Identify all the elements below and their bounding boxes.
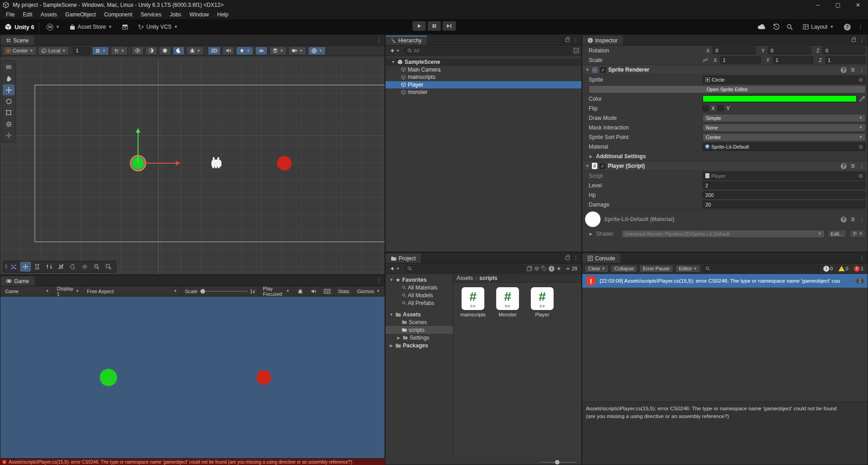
player-script-header[interactable]: ▼ # ✓ Player (Script) ? ⋮ (582, 161, 868, 171)
shader-menu-button[interactable]: ▼ (849, 229, 866, 238)
hierarchy-search[interactable] (404, 47, 572, 55)
hierarchy-item-player[interactable]: Player (385, 81, 581, 89)
presets-icon[interactable] (850, 163, 856, 169)
hierarchy-item-main-camera[interactable]: Main Camera (385, 66, 581, 74)
hidden-items-count[interactable]: 29 (563, 266, 579, 271)
damage-field[interactable]: 20 (703, 201, 866, 208)
game-viewport[interactable] (0, 297, 385, 458)
tree-all-models[interactable]: All Models (385, 291, 453, 299)
material-object-field[interactable]: Sprite-Lit-Default ◎ (703, 143, 866, 151)
game-mode-dropdown[interactable]: Game▼ (1, 286, 53, 296)
game-audio-toggle[interactable] (307, 286, 320, 296)
component-menu-icon[interactable]: ⋮ (859, 216, 865, 222)
effects-dropdown[interactable]: ▼ (236, 46, 253, 55)
rotation-y-field[interactable]: 0 (768, 46, 811, 54)
overlay-vertex-snap-button[interactable] (79, 262, 90, 272)
mainscripts-scene-sprite[interactable] (211, 160, 221, 167)
menu-edit[interactable]: Edit (19, 10, 36, 19)
level-field[interactable]: 2 (703, 181, 866, 189)
menu-file[interactable]: File (2, 10, 19, 19)
menu-gameobject[interactable]: GameObject (61, 10, 100, 19)
object-picker-icon[interactable]: ◎ (858, 173, 863, 179)
toolbar-kebab-icon[interactable]: ⋮ (858, 24, 863, 30)
additional-settings-foldout[interactable]: ▶ Additional Settings (582, 151, 868, 161)
2d-mode-toggle[interactable]: 2D (208, 46, 221, 55)
open-sprite-editor-button[interactable]: Open Sprite Editor (589, 85, 866, 93)
custom-tool[interactable] (3, 130, 15, 141)
debug-draw-dropdown[interactable]: ▼ (186, 46, 204, 55)
thumbnail-slider-knob[interactable] (555, 460, 560, 465)
scene-viewport[interactable]: ‖ (0, 58, 385, 274)
play-button[interactable] (412, 21, 426, 31)
package-manager-button[interactable] (119, 23, 131, 31)
overlay-crescent-button[interactable] (67, 262, 78, 272)
scene-audio-toggle[interactable] (222, 46, 234, 55)
collapse-button[interactable]: Collapse (611, 265, 637, 273)
foldout-icon[interactable]: ▼ (585, 67, 590, 72)
game-debug-button[interactable] (294, 286, 307, 296)
tree-packages[interactable]: ▶Packages (385, 341, 453, 349)
rotation-z-field[interactable]: 0 (822, 46, 866, 54)
overlay-drag-handle[interactable]: ‖ (5, 264, 7, 270)
lighting-toggle-button[interactable] (145, 46, 157, 55)
cloud-icon[interactable] (757, 24, 765, 30)
breadcrumb-assets[interactable]: Assets (457, 275, 473, 281)
scale-y-field[interactable]: 1 (773, 56, 813, 64)
editor-dropdown[interactable]: Editor▼ (675, 265, 701, 273)
help-icon[interactable]: ? (841, 163, 847, 169)
menu-assets[interactable]: Assets (36, 10, 61, 19)
grid-visibility-dropdown[interactable]: ▼ (92, 46, 109, 55)
view-hand-tool[interactable] (3, 73, 15, 84)
type-filter-icon[interactable]: ! (549, 266, 555, 272)
hierarchy-item-mainscripts[interactable]: mainscripts (385, 73, 581, 81)
console-detail-pane[interactable]: Assets\scripts\Player.cs(15,5): error CS… (582, 402, 868, 465)
color-swatch[interactable] (703, 95, 857, 102)
overlay-move-button[interactable] (20, 262, 31, 272)
rotation-x-field[interactable]: 0 (713, 46, 756, 54)
console-error-entry[interactable]: ! [22:03:09] Assets\scripts\Player.cs(15… (582, 274, 868, 288)
scale-z-field[interactable]: 1 (825, 56, 866, 64)
move-tool[interactable] (3, 84, 15, 95)
component-menu-icon[interactable]: ⋮ (859, 67, 865, 73)
tree-all-prefabs[interactable]: All Prefabs (385, 299, 453, 307)
open-search-window-icon[interactable] (527, 266, 532, 271)
transform-tool[interactable] (3, 119, 15, 129)
shading-mode-button[interactable] (132, 46, 144, 55)
tree-assets[interactable]: ▼Assets (385, 310, 453, 318)
snap-settings-dropdown[interactable]: ▼ (111, 46, 128, 55)
stats-toggle[interactable]: Stats (334, 286, 354, 296)
overlay-search-button[interactable] (91, 262, 102, 272)
material-preview-header[interactable]: Sprite-Lit-Default (Material) ? ⋮ (582, 209, 868, 229)
breadcrumb-current[interactable]: scripts (479, 275, 497, 281)
project-panel-menu-icon[interactable]: ⋮ (573, 255, 579, 261)
tree-settings[interactable]: ▶Settings (385, 334, 453, 341)
menu-jobs[interactable]: Jobs (165, 10, 185, 19)
menu-services[interactable]: Services (136, 10, 165, 19)
step-button[interactable] (442, 21, 456, 31)
status-bar[interactable]: ! Assets\scripts\Player.cs(15,5): error … (0, 459, 385, 465)
scale-x-field[interactable]: 1 (720, 56, 760, 64)
component-enabled-checkbox[interactable]: ✓ (600, 67, 606, 73)
info-count-toggle[interactable]: !0 (822, 266, 835, 272)
tree-scenes[interactable]: Scenes (385, 318, 453, 326)
mask-interaction-dropdown[interactable]: None▼ (703, 124, 866, 132)
create-asset-dropdown[interactable]: +▼ (388, 264, 402, 273)
scene-panel-menu-icon[interactable]: ⋮ (376, 37, 382, 43)
account-dropdown[interactable]: W ▼ (44, 22, 62, 32)
pivot-mode-dropdown[interactable]: Center▼ (3, 46, 36, 55)
console-search-input[interactable] (712, 266, 816, 271)
minimize-button[interactable]: ─ (808, 0, 828, 10)
constraint-tool-button[interactable] (8, 262, 19, 272)
lock-icon[interactable] (565, 257, 570, 260)
file-player[interactable]: #C# Player (528, 287, 556, 317)
shader-edit-button[interactable]: Edit... (827, 229, 847, 238)
hp-field[interactable]: 200 (703, 191, 866, 199)
presets-icon[interactable] (850, 67, 856, 72)
console-search[interactable] (702, 265, 819, 273)
undo-history-icon[interactable] (773, 24, 779, 30)
scale-slider[interactable] (200, 291, 247, 292)
gizmos-dropdown[interactable]: Gizmos▼ (354, 286, 384, 296)
menu-window[interactable]: Window (185, 10, 213, 19)
project-search[interactable] (404, 265, 525, 273)
error-pause-button[interactable]: Error Pause (639, 265, 673, 273)
